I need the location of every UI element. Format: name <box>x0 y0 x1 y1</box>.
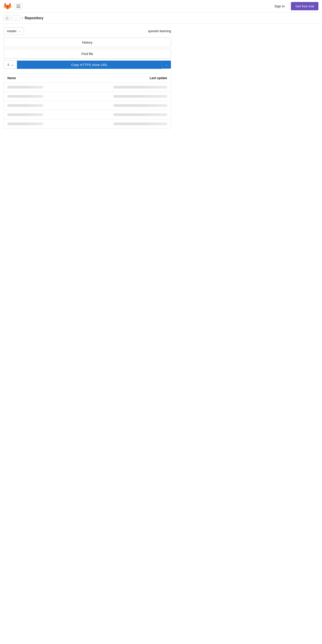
sidebar-toggle-button[interactable]: ▢ <box>4 15 10 21</box>
breadcrumb-more-button[interactable]: ··· <box>12 15 20 21</box>
table-row <box>4 110 171 119</box>
branch-chevron-icon: ⌄ <box>18 30 21 33</box>
download-icon: ⇓ <box>7 63 10 66</box>
table-col-update: Last update <box>149 76 167 80</box>
table-row <box>4 83 171 92</box>
table-header: Name Last update <box>4 74 171 83</box>
download-button[interactable]: ⇓ ⌄ <box>4 60 17 69</box>
breadcrumb-current-page: Repository <box>25 16 44 20</box>
skeleton-date-1 <box>113 86 167 88</box>
hamburger-icon <box>16 8 20 8</box>
main-content: master ⌄ quixotic-learning History Find … <box>0 24 175 132</box>
skeleton-name-2 <box>8 95 43 98</box>
clone-options-button[interactable]: ⌄ <box>162 60 171 68</box>
header: Sign in Get free trial <box>0 0 322 12</box>
table-col-name: Name <box>8 76 16 80</box>
sign-in-button[interactable]: Sign in <box>272 2 287 10</box>
breadcrumb: ▢ ··· / Repository <box>0 12 322 24</box>
branch-select-button[interactable]: master ⌄ <box>4 27 24 35</box>
skeleton-name-4 <box>8 113 43 116</box>
skeleton-date-5 <box>113 122 167 125</box>
table-row <box>4 92 171 101</box>
clone-chevron-icon: ⌄ <box>165 63 168 66</box>
header-right: Sign in Get free trial <box>272 2 318 10</box>
skeleton-date-2 <box>113 95 167 98</box>
download-chevron-icon: ⌄ <box>11 63 14 66</box>
free-trial-button[interactable]: Get free trial <box>291 2 318 10</box>
breadcrumb-separator: / <box>22 16 23 20</box>
skeleton-name-3 <box>8 104 43 107</box>
header-left <box>4 2 22 10</box>
hamburger-menu-button[interactable] <box>14 3 22 10</box>
sidebar-toggle-icon: ▢ <box>6 16 8 20</box>
skeleton-date-4 <box>113 113 167 116</box>
skeleton-name-1 <box>8 86 43 88</box>
clone-https-button[interactable]: Copy HTTPS clone URL <box>17 60 162 69</box>
skeleton-date-3 <box>113 104 167 107</box>
hamburger-icon <box>16 5 20 5</box>
find-file-button[interactable]: Find file <box>4 49 171 58</box>
file-table: Name Last update <box>4 73 171 128</box>
history-button[interactable]: History <box>4 38 171 47</box>
branch-name: master <box>7 29 17 33</box>
clone-row: ⇓ ⌄ Copy HTTPS clone URL ⌄ <box>4 60 171 69</box>
gitlab-logo[interactable] <box>4 2 12 10</box>
branch-row: master ⌄ quixotic-learning <box>4 27 171 35</box>
table-row <box>4 119 171 128</box>
user-label: quixotic-learning <box>148 29 171 33</box>
skeleton-name-5 <box>8 122 43 125</box>
table-row <box>4 101 171 110</box>
hamburger-icon <box>16 6 20 6</box>
